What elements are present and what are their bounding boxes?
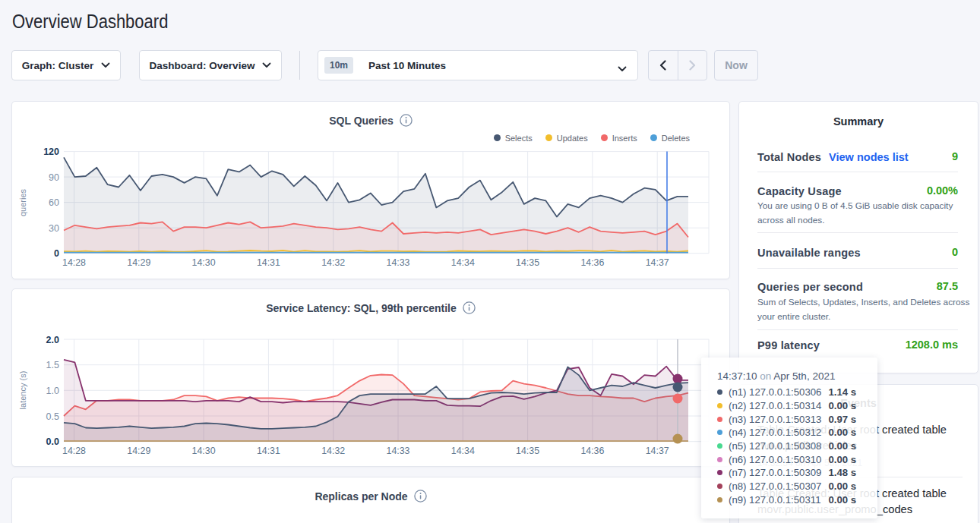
svg-text:14:36: 14:36 [580, 446, 604, 456]
svg-text:14:29: 14:29 [127, 257, 150, 268]
svg-text:1.5: 1.5 [46, 360, 59, 370]
svg-text:14:28: 14:28 [62, 257, 86, 268]
svg-text:queries: queries [18, 188, 27, 216]
svg-text:0.0: 0.0 [46, 436, 59, 447]
svg-text:14:32: 14:32 [321, 257, 345, 268]
svg-text:14:36: 14:36 [580, 257, 604, 268]
svg-text:120: 120 [43, 147, 59, 157]
svg-text:14:37: 14:37 [646, 446, 669, 456]
svg-text:14:31: 14:31 [257, 446, 280, 456]
svg-text:60: 60 [49, 197, 59, 208]
svg-text:14:29: 14:29 [127, 446, 150, 456]
svg-text:14:33: 14:33 [386, 446, 409, 456]
svg-text:14:34: 14:34 [451, 257, 475, 268]
svg-text:0: 0 [54, 248, 59, 259]
svg-text:14:28: 14:28 [62, 446, 86, 456]
svg-text:14:33: 14:33 [386, 257, 409, 268]
svg-text:14:35: 14:35 [516, 446, 539, 456]
svg-text:14:30: 14:30 [192, 257, 216, 268]
svg-text:90: 90 [49, 172, 59, 183]
svg-text:latency (s): latency (s) [18, 371, 27, 410]
svg-text:30: 30 [49, 223, 59, 234]
svg-text:14:37: 14:37 [646, 257, 669, 268]
svg-text:0.5: 0.5 [46, 411, 59, 422]
svg-text:14:31: 14:31 [257, 257, 280, 268]
svg-text:14:30: 14:30 [192, 446, 216, 456]
svg-text:2.0: 2.0 [46, 335, 59, 345]
svg-text:1.0: 1.0 [46, 386, 59, 396]
svg-text:14:35: 14:35 [516, 257, 539, 268]
svg-text:14:32: 14:32 [321, 446, 345, 456]
svg-text:14:34: 14:34 [451, 446, 475, 456]
